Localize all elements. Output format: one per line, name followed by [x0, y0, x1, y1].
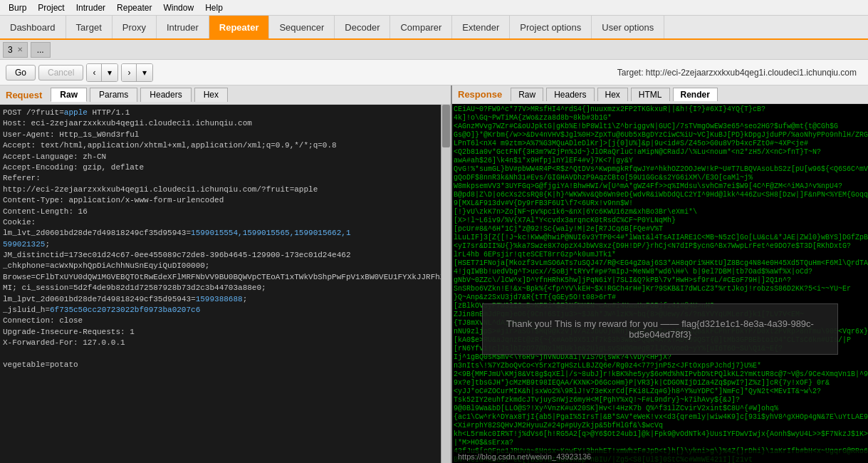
main-content: Request Raw Params Headers Hex POST /?fr… — [0, 85, 868, 463]
request-tab-params[interactable]: Params — [90, 88, 137, 102]
tab-dashboard[interactable]: Dashboard — [0, 16, 66, 38]
tab-comparer[interactable]: Comparer — [390, 16, 452, 38]
flag-overlay: Thank you! This is my reward for you —— … — [482, 303, 838, 355]
tab-project-options[interactable]: Project options — [510, 16, 592, 38]
request-panel-title: Request — [6, 90, 42, 100]
session-bar: 3 ✕ ... — [0, 40, 868, 60]
tab-proxy[interactable]: Proxy — [113, 16, 157, 38]
tab-decoder[interactable]: Decoder — [335, 16, 390, 38]
request-tab-headers[interactable]: Headers — [140, 88, 191, 102]
response-panel: Response Raw Headers Hex HTML Render CEi… — [452, 85, 868, 463]
menu-window[interactable]: Window — [157, 1, 199, 14]
toolbar: Go Cancel ‹ ▾ › ▾ Target: http://eci-2ze… — [0, 60, 868, 85]
request-scrollbar-thumb — [442, 105, 450, 147]
response-tab-headers[interactable]: Headers — [546, 88, 594, 101]
menu-repeater[interactable]: Repeater — [111, 1, 157, 14]
target-url: Target: http://eci-2zejaarzxxkxub4qeg1i.… — [156, 68, 862, 78]
request-text[interactable]: POST /?fruit=apple HTTP/1.1 Host: eci-2z… — [0, 105, 441, 463]
forward-dropdown-button[interactable]: ▾ — [137, 64, 152, 81]
request-scroll-wrapper: POST /?fruit=apple HTTP/1.1 Host: eci-2z… — [0, 105, 451, 463]
menu-help[interactable]: Help — [199, 1, 229, 14]
response-content: CEiAU~0?FW9^c*77V>MRsfHI4^rdS4{]nuuxmzx2… — [452, 104, 868, 463]
menu-burp[interactable]: Burp — [3, 1, 32, 14]
go-button[interactable]: Go — [6, 65, 36, 80]
response-tab-html[interactable]: HTML — [631, 88, 670, 101]
tab-repeater[interactable]: Repeater — [209, 16, 270, 38]
tab-sequencer[interactable]: Sequencer — [269, 16, 335, 38]
menu-intruder[interactable]: Intruder — [70, 1, 111, 14]
request-tab-raw[interactable]: Raw — [51, 88, 87, 102]
request-scrollbar[interactable] — [441, 105, 451, 463]
back-dropdown-button[interactable]: ▾ — [102, 64, 117, 81]
request-panel: Request Raw Params Headers Hex POST /?fr… — [0, 85, 452, 463]
response-panel-title: Response — [458, 89, 502, 100]
forward-button[interactable]: › — [122, 64, 137, 81]
session-tab-close[interactable]: ✕ — [17, 46, 23, 53]
response-tab-render[interactable]: Render — [673, 88, 718, 101]
url-bar: https://blog.csdn.net/weixin_43923136 — [452, 450, 868, 463]
session-tab-number: 3 — [8, 45, 13, 55]
nav-group-forward: › ▾ — [121, 63, 153, 82]
tab-intruder[interactable]: Intruder — [157, 16, 209, 38]
session-dots-button[interactable]: ... — [31, 42, 51, 58]
menu-project[interactable]: Project — [32, 1, 70, 14]
nav-group-back: ‹ ▾ — [86, 63, 118, 82]
response-tab-hex[interactable]: Hex — [597, 88, 628, 101]
tab-extender[interactable]: Extender — [452, 16, 510, 38]
forward-dropdown-icon: ▾ — [142, 68, 147, 78]
matrix-background: CEiAU~0?FW9^c*77V>MRsfHI4^rdS4{]nuuxmzx2… — [452, 104, 868, 463]
tab-target[interactable]: Target — [66, 16, 113, 38]
back-arrow-icon: ‹ — [93, 68, 95, 78]
flag-text: Thank you! This is my reward for you —— … — [506, 318, 814, 340]
menu-bar: Burp Project Intruder Repeater Window He… — [0, 0, 868, 16]
session-tab-3[interactable]: 3 ✕ — [3, 42, 28, 58]
back-dropdown-icon: ▾ — [108, 68, 112, 78]
tab-user-options[interactable]: User options — [592, 16, 664, 38]
response-tab-raw[interactable]: Raw — [511, 88, 543, 101]
back-button[interactable]: ‹ — [87, 64, 102, 81]
main-tab-bar: Dashboard Target Proxy Intruder Repeater… — [0, 16, 868, 40]
cancel-button[interactable]: Cancel — [38, 65, 83, 80]
request-tab-hex[interactable]: Hex — [194, 88, 228, 102]
forward-arrow-icon: › — [127, 68, 130, 78]
